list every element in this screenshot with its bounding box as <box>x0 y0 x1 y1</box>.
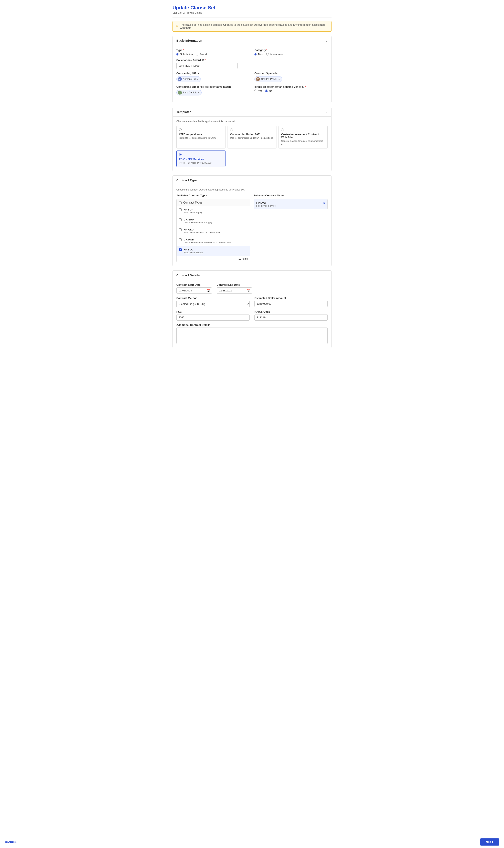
warning-banner: ⚠ The clause set has existing clauses. U… <box>173 21 331 32</box>
cr-rd-checkbox[interactable] <box>179 238 182 241</box>
basic-info-header[interactable]: Basic Information ⌄ <box>173 36 331 45</box>
type-solicitation-radio[interactable] <box>176 53 179 55</box>
next-button[interactable]: NEXT <box>480 838 499 846</box>
existing-vehicle-label: Is this an action off an existing vehicl… <box>254 85 328 88</box>
template-title-cnic: CNIC Acquisitions <box>179 133 223 136</box>
template-desc-fdic: For FFP Services over $100,000 <box>179 161 223 164</box>
cor-group: Contracting Officer's Representative (CO… <box>176 85 250 96</box>
list-item-fp-sup[interactable]: FP SUP Fixed Price Supply <box>177 206 250 216</box>
naics-input[interactable] <box>254 314 328 321</box>
selected-fp-svc-remove[interactable]: × <box>323 201 325 205</box>
contract-details-chevron-icon: ⌄ <box>325 274 328 277</box>
template-radio-wrapper-fdic <box>179 153 223 156</box>
list-header-row: Contract Types <box>177 199 250 206</box>
header-checkbox[interactable] <box>179 201 182 204</box>
method-select[interactable]: Sealed Bid (SLD BID) Negotiated Other <box>176 301 250 307</box>
templates-title: Templates <box>176 110 191 113</box>
category-new-option[interactable]: New <box>254 53 264 56</box>
dollar-label: Estimated Dollar Amount <box>254 297 328 300</box>
vehicle-no-radio[interactable] <box>265 90 268 92</box>
cr-rd-desc: Cost Reimbursement Research & Developmen… <box>184 241 231 244</box>
cor-tag: SD Sara Daniels × <box>176 90 202 95</box>
fp-sup-info: FP SUP Fixed Price Supply <box>184 208 202 214</box>
template-radio-commercial[interactable] <box>230 128 233 131</box>
selected-title: Selected Contract Types <box>254 194 328 197</box>
template-radio-cost[interactable] <box>281 128 284 131</box>
list-item-cr-rd[interactable]: CR R&D Cost Reimbursement Research & Dev… <box>177 236 250 246</box>
template-card-commercial[interactable]: Commercial Under SAT Use for commercial … <box>228 126 277 148</box>
end-date-label: Contract End Date <box>217 283 252 286</box>
vehicle-no-option[interactable]: No <box>265 89 272 92</box>
available-list: Contract Types FP SUP Fixed Price Supply <box>176 199 250 262</box>
basic-info-body: Type* Solicitation Award Category* <box>173 45 331 103</box>
category-radio-group: New Amendment <box>254 53 328 56</box>
templates-header[interactable]: Templates ⌄ <box>173 107 331 117</box>
contract-details-header[interactable]: Contract Details ⌄ <box>173 271 331 280</box>
category-new-radio[interactable] <box>254 53 257 55</box>
basic-info-title: Basic Information <box>176 39 202 42</box>
fp-sup-checkbox[interactable] <box>179 208 182 211</box>
category-label: Category* <box>254 49 328 52</box>
additional-group: Additional Contract Details <box>176 323 328 344</box>
solicitation-id-input[interactable] <box>176 63 237 69</box>
templates-chevron-icon: ⌄ <box>325 110 328 113</box>
cr-sup-checkbox[interactable] <box>179 218 182 221</box>
cor-label: Contracting Officer's Representative (CO… <box>176 85 250 88</box>
fp-svc-checkbox[interactable] <box>179 248 182 251</box>
contract-type-body: Choose the contract types that are appli… <box>173 185 331 266</box>
type-label: Type* <box>176 49 250 52</box>
fp-rd-name: FP R&D <box>184 228 221 231</box>
template-grid-top: CNIC Acquisitions Template for demonstra… <box>176 126 328 148</box>
templates-section: Templates ⌄ Choose a template that is ap… <box>173 107 331 171</box>
start-date-input[interactable] <box>176 287 212 294</box>
cor-remove[interactable]: × <box>198 91 200 94</box>
list-item-fp-svc[interactable]: FP SVC Fixed Price Service <box>177 246 250 256</box>
vehicle-yes-radio[interactable] <box>254 90 257 92</box>
cr-rd-info: CR R&D Cost Reimbursement Research & Dev… <box>184 238 231 244</box>
list-item-fp-rd[interactable]: FP R&D Fixed Price Research & Developmen… <box>177 226 250 236</box>
contract-specialist-label: Contract Specialist <box>254 72 328 75</box>
warning-icon: ⚠ <box>176 23 178 27</box>
template-radio-wrapper-commercial <box>230 128 274 131</box>
type-award-option[interactable]: Award <box>196 53 207 56</box>
cancel-button[interactable]: CANCEL <box>5 839 17 845</box>
method-group: Contract Method Sealed Bid (SLD BID) Neg… <box>176 297 250 307</box>
warning-text: The clause set has existing clauses. Upd… <box>180 23 328 29</box>
dollar-input[interactable] <box>254 301 328 307</box>
contract-type-header[interactable]: Contract Type ⌄ <box>173 176 331 185</box>
contract-type-chevron-icon: ⌄ <box>325 179 328 182</box>
method-label: Contract Method <box>176 297 250 300</box>
psc-input[interactable] <box>176 314 250 321</box>
template-radio-cnic[interactable] <box>179 128 182 131</box>
category-amendment-option[interactable]: Amendment <box>266 53 284 56</box>
contract-specialist-remove[interactable]: × <box>278 78 280 81</box>
psc-naics-row: PSC NAICS Code <box>176 310 328 321</box>
additional-textarea[interactable] <box>176 328 328 344</box>
contract-details-title: Contract Details <box>176 273 200 277</box>
template-card-fdic[interactable]: FDIC - FFP Services For FFP Services ove… <box>176 151 226 167</box>
type-solicitation-option[interactable]: Solicitation <box>176 53 193 56</box>
naics-group: NAICS Code <box>254 310 328 321</box>
available-scrollable[interactable]: Contract Types FP SUP Fixed Price Supply <box>177 199 250 256</box>
vehicle-yes-option[interactable]: Yes <box>254 89 263 92</box>
contracting-officer-remove[interactable]: × <box>197 78 199 81</box>
selected-list: FP SVC Fixed Price Service × <box>254 199 328 209</box>
existing-vehicle-radio-group: Yes No <box>254 89 328 92</box>
contract-specialist-tag: CP Charles Parker × <box>254 76 282 82</box>
end-date-input[interactable] <box>217 287 252 294</box>
fp-rd-checkbox[interactable] <box>179 228 182 231</box>
list-item-cr-sup[interactable]: CR SUP Cost Reimbursement Supply <box>177 216 250 226</box>
category-amendment-radio[interactable] <box>266 53 269 55</box>
header-label: Contract Types <box>183 201 202 204</box>
cr-sup-desc: Cost Reimbursement Supply <box>184 221 212 224</box>
contract-details-body: Contract Start Date 📅 Contract End Date … <box>173 280 331 348</box>
type-award-radio[interactable] <box>196 53 198 55</box>
template-card-cnic[interactable]: CNIC Acquisitions Template for demonstra… <box>176 126 226 148</box>
template-card-cost-reimb[interactable]: Cost-reimbursement Contract With Educ...… <box>278 126 328 148</box>
template-desc-cost: General clauses for a cost-reimbursement… <box>281 140 325 146</box>
template-radio-fdic[interactable] <box>179 153 182 156</box>
selected-fp-svc-name: FP SVC <box>256 201 276 204</box>
template-title-fdic: FDIC - FFP Services <box>179 158 223 161</box>
end-date-wrapper: 📅 <box>217 287 252 294</box>
start-date-group: Contract Start Date 📅 <box>176 283 212 294</box>
